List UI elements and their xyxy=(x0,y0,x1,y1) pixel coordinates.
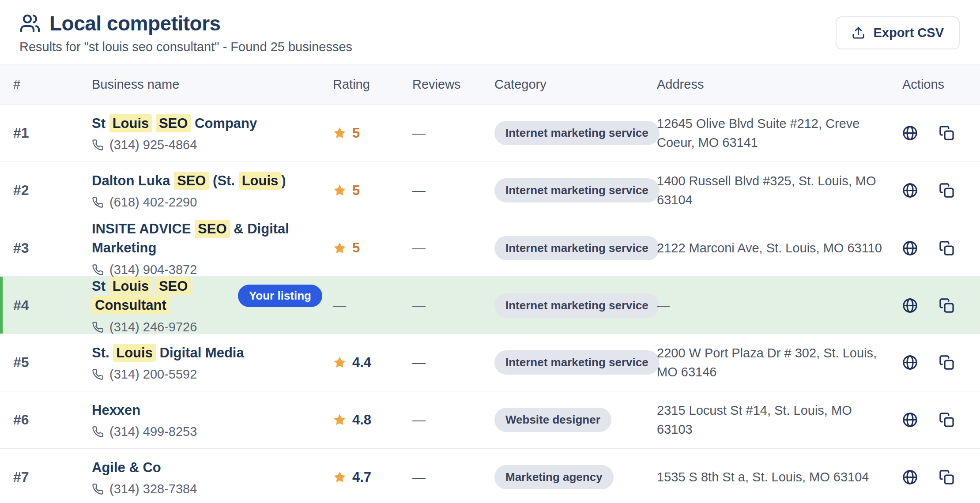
copy-button[interactable] xyxy=(939,125,954,141)
phone-icon xyxy=(92,483,104,495)
name-segment: Digital Media xyxy=(156,345,244,360)
page-title: Local competitors xyxy=(49,11,221,35)
business-cell: INSITE ADVICE SEO & Digital Marketing Yo… xyxy=(92,219,333,277)
globe-icon xyxy=(902,240,918,256)
rank-cell: #2 xyxy=(13,182,92,199)
export-csv-label: Export CSV xyxy=(873,26,944,40)
name-segment: Louis xyxy=(113,344,156,362)
name-segment: SEO xyxy=(174,172,209,190)
website-button[interactable] xyxy=(902,469,918,485)
address-cell: 2122 Marconi Ave, St. Louis, MO 63110 xyxy=(657,239,902,257)
rating-cell: 4.4 xyxy=(333,355,412,371)
category-badge: Internet marketing service xyxy=(494,236,660,260)
phone-line: (314) 904-3872 xyxy=(92,263,322,277)
copy-button[interactable] xyxy=(939,183,954,198)
rating-value: 4.4 xyxy=(352,355,371,371)
phone-line: (618) 402-2290 xyxy=(92,195,322,210)
rank-cell: #5 xyxy=(13,354,92,371)
phone-line: (314) 200-5592 xyxy=(92,367,322,382)
rating-cell: — xyxy=(333,298,412,313)
star-icon xyxy=(333,356,347,369)
website-button[interactable] xyxy=(902,125,918,141)
phone-line: (314) 328-7384 xyxy=(92,482,322,496)
phone-number: (314) 200-5592 xyxy=(109,367,197,382)
col-actions: Actions xyxy=(902,77,980,92)
users-icon xyxy=(19,13,41,34)
globe-icon xyxy=(902,183,918,198)
table-row: #1 St Louis SEO Company Your listing (31… xyxy=(0,105,980,162)
globe-icon xyxy=(902,355,918,370)
phone-icon xyxy=(92,196,104,208)
name-segment xyxy=(152,116,156,131)
address-cell: 2200 W Port Plaza Dr # 302, St. Louis, M… xyxy=(657,344,902,381)
copy-icon xyxy=(939,298,954,313)
name-segment: SEO xyxy=(156,277,191,295)
upload-icon xyxy=(852,26,865,40)
name-segment: Consultant xyxy=(92,296,170,314)
copy-button[interactable] xyxy=(939,469,954,485)
copy-button[interactable] xyxy=(939,240,954,256)
name-segment xyxy=(152,278,156,294)
reviews-cell: — xyxy=(412,413,494,428)
website-button[interactable] xyxy=(902,355,918,370)
col-address: Address xyxy=(657,77,902,92)
address-cell: 12645 Olive Blvd Suite #212, Creve Coeur… xyxy=(657,114,902,151)
actions-cell xyxy=(902,298,980,313)
rating-cell: 5 xyxy=(333,240,412,256)
star-icon xyxy=(333,184,347,197)
business-cell: Hexxen Your listing (314) 499-8253 xyxy=(92,401,333,439)
name-segment: Louis xyxy=(239,172,282,190)
business-name: St Louis SEO Consultant xyxy=(92,277,228,315)
star-icon xyxy=(333,470,347,484)
copy-button[interactable] xyxy=(939,412,954,428)
name-segment: SEO xyxy=(156,114,191,132)
phone-line: (314) 499-8253 xyxy=(92,424,322,439)
globe-icon xyxy=(902,298,918,313)
rating-value: 4.8 xyxy=(352,412,371,428)
reviews-cell: — xyxy=(412,355,494,370)
rating-value: 5 xyxy=(352,240,360,256)
copy-button[interactable] xyxy=(939,298,954,313)
rating-cell: 5 xyxy=(333,125,412,141)
phone-number: (314) 499-8253 xyxy=(109,424,197,439)
copy-icon xyxy=(939,412,954,428)
reviews-cell: — xyxy=(412,470,494,485)
rating-value: 5 xyxy=(352,183,360,199)
business-name: Hexxen xyxy=(92,401,140,420)
actions-cell xyxy=(902,240,980,256)
website-button[interactable] xyxy=(902,412,918,428)
phone-number: (618) 402-2290 xyxy=(109,195,197,210)
business-name: Dalton Luka SEO (St. Louis) xyxy=(92,171,286,190)
phone-icon xyxy=(92,139,104,151)
phone-line: (314) 246-9726 xyxy=(92,320,322,334)
copy-icon xyxy=(939,469,954,485)
copy-icon xyxy=(939,240,954,256)
competitors-table: # Business name Rating Reviews Category … xyxy=(0,64,980,503)
page-subtitle: Results for "st louis seo consultant" - … xyxy=(19,40,352,54)
website-button[interactable] xyxy=(902,298,918,313)
rating-value: 5 xyxy=(352,125,360,141)
rank-cell: #3 xyxy=(13,240,92,256)
col-rating: Rating xyxy=(333,77,412,92)
rank-cell: #7 xyxy=(13,469,92,485)
website-button[interactable] xyxy=(902,240,918,256)
table-row: #5 St. Louis Digital Media Your listing … xyxy=(0,334,980,391)
category-badge: Internet marketing service xyxy=(494,178,660,203)
copy-button[interactable] xyxy=(939,355,954,370)
phone-icon xyxy=(92,321,104,333)
copy-icon xyxy=(939,355,954,370)
name-segment: St xyxy=(92,278,109,294)
header-left: Local competitors Results for "st louis … xyxy=(19,11,352,54)
business-name: St. Louis Digital Media xyxy=(92,343,244,362)
rank-cell: #6 xyxy=(13,412,92,428)
rating-value: 4.7 xyxy=(352,469,371,485)
phone-number: (314) 328-7384 xyxy=(109,482,197,496)
category-badge: Internet marketing service xyxy=(494,121,660,145)
copy-icon xyxy=(939,125,954,141)
export-csv-button[interactable]: Export CSV xyxy=(836,16,960,49)
star-icon xyxy=(333,241,347,255)
website-button[interactable] xyxy=(902,183,918,198)
address-cell: 1400 Russell Blvd #325, St. Louis, MO 63… xyxy=(657,172,902,209)
table-header: # Business name Rating Reviews Category … xyxy=(0,64,980,105)
name-segment: INSITE ADVICE xyxy=(92,221,195,236)
